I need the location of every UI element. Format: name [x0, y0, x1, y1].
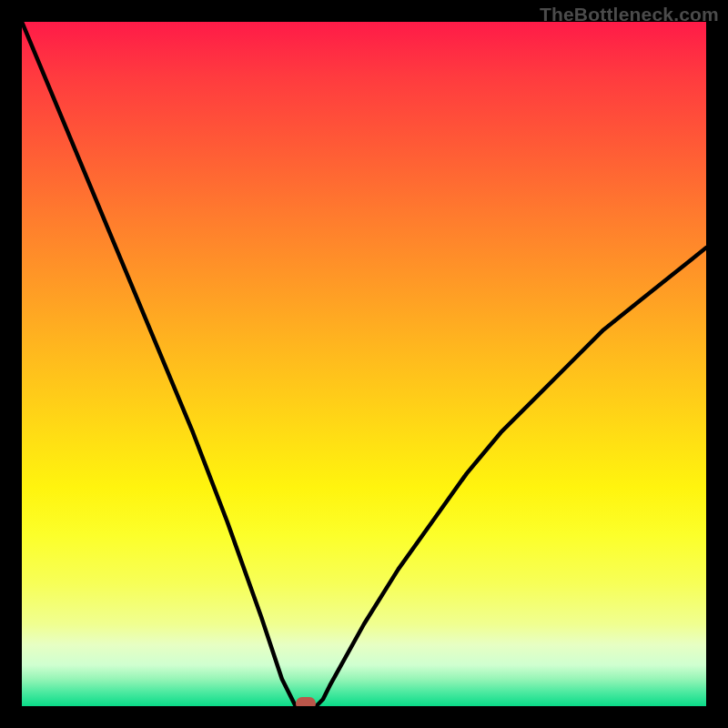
- bottleneck-curve: [22, 22, 706, 706]
- chart-frame: TheBottleneck.com: [0, 0, 728, 728]
- minimum-marker: [296, 697, 316, 706]
- watermark-text: TheBottleneck.com: [540, 4, 719, 25]
- curve-path: [22, 22, 706, 706]
- plot-area: [22, 22, 706, 706]
